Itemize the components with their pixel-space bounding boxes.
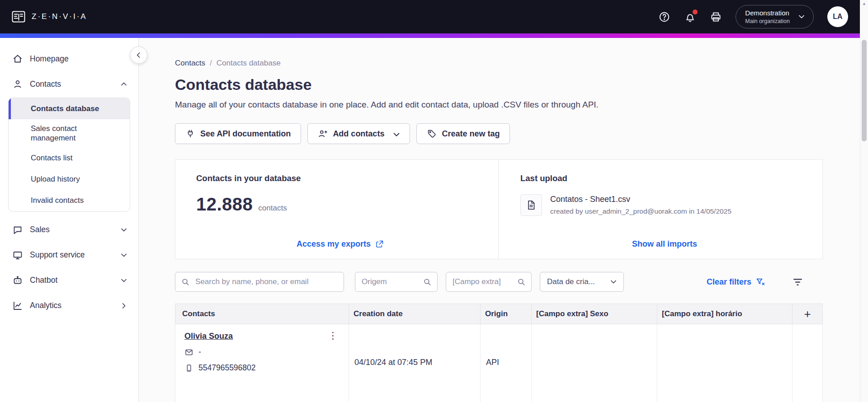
summary-panel: Contacts in your database 12.888 contact… bbox=[175, 159, 823, 259]
sidebar: Homepage Contacts Contacts database Sale… bbox=[0, 38, 139, 402]
show-all-imports-label: Show all imports bbox=[632, 239, 697, 249]
chevron-up-icon bbox=[119, 79, 128, 89]
brand-gradient-bar bbox=[0, 33, 860, 38]
api-documentation-label: See API documentation bbox=[200, 129, 291, 139]
sidebar-item-contacts[interactable]: Contacts bbox=[0, 71, 138, 97]
sidebar-collapse-button[interactable] bbox=[130, 47, 147, 64]
sidebar-item-sales-contact-management[interactable]: Sales contact management bbox=[9, 119, 130, 148]
chat-bubble-icon bbox=[12, 224, 23, 235]
access-exports-link[interactable]: Access my exports bbox=[297, 239, 384, 249]
monitor-icon bbox=[12, 250, 23, 261]
sidebar-item-sales[interactable]: Sales bbox=[0, 217, 138, 243]
zenvia-logo-icon bbox=[12, 11, 25, 23]
create-new-tag-label: Create new tag bbox=[442, 129, 500, 139]
contact-email-line: - bbox=[184, 347, 344, 357]
sidebar-item-label: Support service bbox=[30, 250, 85, 260]
filter-list-button[interactable] bbox=[792, 276, 804, 288]
contacts-count-row: 12.888 contacts bbox=[196, 194, 485, 215]
upload-meta: created by user_admin_2_prod@uorak.com i… bbox=[550, 207, 731, 215]
contacts-table: Contacts Creation date Origin [Campo ext… bbox=[175, 304, 823, 402]
mobile-phone-icon bbox=[184, 364, 193, 373]
zenvia-logo[interactable]: Z·E·N·V·I·A bbox=[12, 11, 87, 23]
user-avatar[interactable]: LA bbox=[827, 6, 848, 27]
sidebar-item-label: Homepage bbox=[30, 54, 69, 64]
contacts-submenu: Contacts database Sales contact manageme… bbox=[8, 98, 130, 212]
last-upload-file-info: Contatos - Sheet1.csv created by user_ad… bbox=[550, 195, 731, 215]
sidebar-item-support-service[interactable]: Support service bbox=[0, 243, 138, 268]
scrollbar-thumb[interactable] bbox=[862, 40, 867, 141]
filters-bar: Data de cria... Clear filters bbox=[175, 272, 823, 292]
envelope-icon bbox=[184, 348, 193, 357]
organization-switcher[interactable]: Demonstration Main organization bbox=[736, 5, 814, 28]
clear-filters-button[interactable]: Clear filters bbox=[707, 277, 765, 287]
extra-field-filter-wrapper bbox=[446, 272, 532, 292]
organization-texts: Demonstration Main organization bbox=[745, 9, 790, 25]
search-input[interactable] bbox=[175, 272, 344, 292]
contact-phone-line: 5547965596802 bbox=[184, 363, 344, 373]
sidebar-item-analytics[interactable]: Analytics bbox=[0, 293, 138, 318]
scroll-up-arrow[interactable]: ▲ bbox=[860, 1, 868, 6]
contacts-count-unit: contacts bbox=[258, 204, 287, 213]
topbar: Z·E·N·V·I·A bbox=[0, 0, 860, 33]
organization-subtitle: Main organization bbox=[745, 18, 790, 25]
sidebar-item-contacts-list[interactable]: Contacts list bbox=[9, 148, 130, 169]
contacts-count-value: 12.888 bbox=[196, 194, 253, 215]
clear-filter-funnel-icon bbox=[755, 277, 765, 287]
chevron-down-icon bbox=[392, 130, 400, 138]
last-upload-card: Last upload Contatos - Sheet1.csv create… bbox=[498, 160, 822, 259]
toolbar: See API documentation Add contacts Creat… bbox=[175, 123, 823, 144]
sidebar-item-invalid-contacts[interactable]: Invalid contacts bbox=[9, 190, 130, 211]
sidebar-item-label: Sales bbox=[30, 225, 50, 234]
column-header-contacts[interactable]: Contacts bbox=[175, 304, 349, 324]
create-new-tag-button[interactable]: Create new tag bbox=[416, 123, 510, 144]
chevron-right-icon bbox=[119, 301, 128, 310]
add-contacts-label: Add contacts bbox=[333, 129, 384, 139]
breadcrumb-separator: / bbox=[210, 59, 212, 68]
topbar-actions: Demonstration Main organization LA bbox=[658, 5, 848, 28]
contact-name-link[interactable]: Olivia Souza bbox=[184, 330, 233, 341]
organization-name: Demonstration bbox=[745, 9, 789, 18]
table-header-row: Contacts Creation date Origin [Campo ext… bbox=[175, 304, 823, 324]
creation-date-filter[interactable]: Data de cria... bbox=[540, 272, 624, 292]
sidebar-item-homepage[interactable]: Homepage bbox=[0, 46, 138, 71]
printer-icon bbox=[710, 11, 722, 23]
person-icon bbox=[12, 79, 23, 89]
contacts-count-card: Contacts in your database 12.888 contact… bbox=[175, 160, 498, 259]
row-kebab-menu-button[interactable]: ⋮ bbox=[325, 330, 341, 341]
breadcrumb-contacts[interactable]: Contacts bbox=[175, 59, 205, 68]
print-button[interactable] bbox=[710, 11, 722, 23]
chevron-down-icon bbox=[119, 276, 128, 285]
chevron-left-icon bbox=[134, 51, 143, 60]
origin-filter-wrapper bbox=[355, 272, 438, 292]
column-header-campo-extra-sexo[interactable]: [Campo extra] Sexo bbox=[531, 304, 657, 324]
page-subtitle: Manage all of your contacts database in … bbox=[175, 100, 823, 110]
column-header-creation-date[interactable]: Creation date bbox=[349, 304, 480, 324]
sidebar-item-upload-history[interactable]: Upload history bbox=[9, 169, 130, 190]
show-all-imports-link[interactable]: Show all imports bbox=[632, 239, 697, 249]
export-icon bbox=[375, 239, 384, 249]
help-button[interactable] bbox=[658, 11, 670, 23]
sidebar-item-contacts-database[interactable]: Contacts database bbox=[9, 98, 130, 119]
filter-lines-icon bbox=[792, 276, 804, 288]
vertical-scrollbar[interactable]: ▲ bbox=[860, 0, 868, 402]
main-content: Contacts / Contacts database Contacts da… bbox=[139, 38, 860, 402]
upload-filename: Contatos - Sheet1.csv bbox=[550, 195, 731, 204]
add-contacts-button[interactable]: Add contacts bbox=[307, 123, 410, 144]
add-column-button[interactable]: + bbox=[792, 304, 822, 324]
sidebar-item-label: Chatbot bbox=[30, 276, 57, 285]
campo-extra-sexo-cell bbox=[531, 324, 657, 402]
api-plug-icon bbox=[185, 129, 195, 139]
chevron-down-icon bbox=[119, 251, 128, 260]
last-upload-file-row: Contatos - Sheet1.csv created by user_ad… bbox=[520, 194, 809, 216]
sidebar-item-chatbot[interactable]: Chatbot bbox=[0, 268, 138, 293]
contact-email-value: - bbox=[198, 347, 201, 357]
api-documentation-button[interactable]: See API documentation bbox=[175, 123, 301, 144]
search-icon bbox=[517, 277, 526, 286]
home-icon bbox=[12, 53, 23, 64]
sidebar-item-label: Contacts bbox=[30, 79, 61, 89]
notifications-button[interactable] bbox=[684, 11, 696, 23]
column-header-origin[interactable]: Origin bbox=[480, 304, 531, 324]
search-icon bbox=[181, 277, 190, 286]
table-row: Olivia Souza ⋮ - bbox=[175, 324, 822, 402]
column-header-campo-extra-horario[interactable]: [Campo extra] horário bbox=[657, 304, 792, 324]
